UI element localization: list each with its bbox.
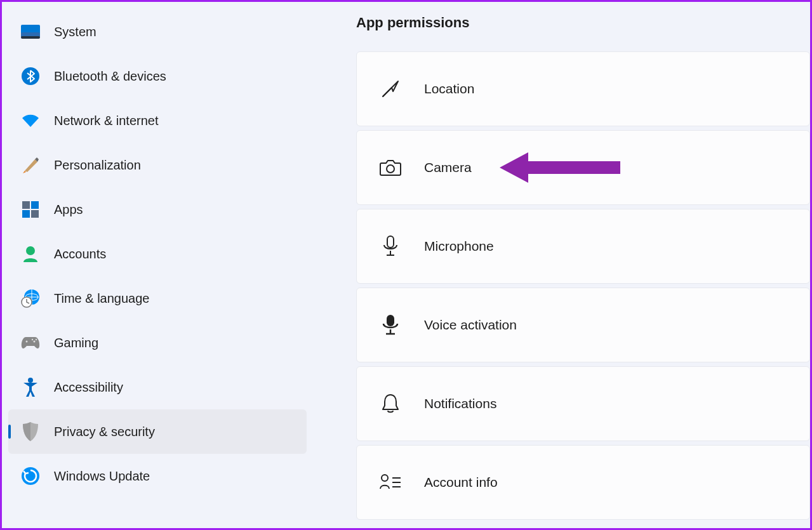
- microphone-icon: [380, 235, 401, 257]
- sidebar-label: Network & internet: [54, 114, 159, 128]
- location-icon: [380, 78, 401, 100]
- paintbrush-icon: [21, 156, 40, 175]
- sidebar-label: Time & language: [54, 291, 149, 306]
- permission-card-list: Location Camera Microphone: [356, 51, 810, 520]
- svg-point-20: [382, 475, 388, 481]
- svg-rect-19: [387, 315, 394, 326]
- svg-point-15: [28, 378, 33, 383]
- permission-label: Location: [424, 81, 474, 96]
- svg-rect-4: [22, 201, 30, 209]
- bell-icon: [380, 393, 401, 414]
- permission-card-microphone[interactable]: Microphone: [356, 209, 810, 284]
- annotation-arrow-icon: [496, 149, 623, 187]
- svg-rect-5: [31, 201, 39, 209]
- sidebar-item-accounts[interactable]: Accounts: [8, 232, 307, 276]
- sidebar-label: Gaming: [54, 336, 98, 350]
- accounts-icon: [21, 244, 40, 263]
- svg-point-17: [387, 165, 394, 173]
- shield-icon: [21, 422, 40, 441]
- svg-point-11: [26, 341, 28, 343]
- sidebar-item-bluetooth[interactable]: Bluetooth & devices: [8, 54, 307, 98]
- permission-card-location[interactable]: Location: [356, 51, 810, 126]
- update-icon: [21, 467, 40, 486]
- permission-card-account-info[interactable]: Account info: [356, 445, 810, 520]
- sidebar-item-windows-update[interactable]: Windows Update: [8, 454, 307, 498]
- sidebar-item-apps[interactable]: Apps: [8, 187, 307, 232]
- time-language-icon: [21, 289, 40, 308]
- main-content: App permissions Location Camera: [313, 2, 810, 528]
- gaming-icon: [21, 333, 40, 352]
- permission-label: Microphone: [424, 239, 494, 254]
- permission-label: Voice activation: [424, 317, 517, 333]
- svg-point-8: [26, 246, 35, 255]
- permission-card-notifications[interactable]: Notifications: [356, 366, 810, 441]
- sidebar-label: Personalization: [54, 158, 141, 173]
- svg-rect-2: [21, 36, 40, 39]
- apps-icon: [21, 200, 40, 219]
- permission-label: Notifications: [424, 396, 496, 411]
- sidebar-item-gaming[interactable]: Gaming: [8, 321, 307, 365]
- sidebar-item-privacy-security[interactable]: Privacy & security: [8, 409, 307, 454]
- accessibility-icon: [21, 378, 40, 397]
- section-title: App permissions: [356, 15, 810, 31]
- svg-point-12: [34, 341, 36, 343]
- sidebar-label: System: [54, 25, 97, 39]
- permission-card-camera[interactable]: Camera: [356, 130, 810, 205]
- permission-label: Account info: [424, 475, 498, 490]
- sidebar-item-system[interactable]: System: [8, 10, 307, 54]
- permission-label: Camera: [424, 160, 472, 175]
- permission-card-voice-activation[interactable]: Voice activation: [356, 288, 810, 362]
- voice-activation-icon: [380, 314, 401, 336]
- sidebar-label: Apps: [54, 202, 83, 217]
- sidebar-label: Privacy & security: [54, 425, 155, 439]
- svg-rect-18: [387, 236, 394, 248]
- sidebar-label: Bluetooth & devices: [54, 69, 166, 84]
- svg-point-13: [32, 339, 33, 340]
- svg-rect-6: [22, 210, 30, 218]
- sidebar-label: Accessibility: [54, 380, 123, 395]
- sidebar-label: Windows Update: [54, 469, 150, 484]
- bluetooth-icon: [21, 67, 40, 86]
- svg-point-14: [36, 339, 37, 340]
- sidebar-label: Accounts: [54, 247, 106, 262]
- sidebar-item-network[interactable]: Network & internet: [8, 98, 307, 143]
- wifi-icon: [21, 111, 40, 130]
- camera-icon: [380, 157, 401, 178]
- system-icon: [21, 22, 40, 41]
- sidebar-item-personalization[interactable]: Personalization: [8, 143, 307, 187]
- sidebar-item-time-language[interactable]: Time & language: [8, 276, 307, 321]
- account-info-icon: [380, 472, 401, 493]
- svg-rect-7: [31, 210, 39, 218]
- settings-sidebar: System Bluetooth & devices Network & int…: [2, 2, 313, 528]
- sidebar-item-accessibility[interactable]: Accessibility: [8, 365, 307, 409]
